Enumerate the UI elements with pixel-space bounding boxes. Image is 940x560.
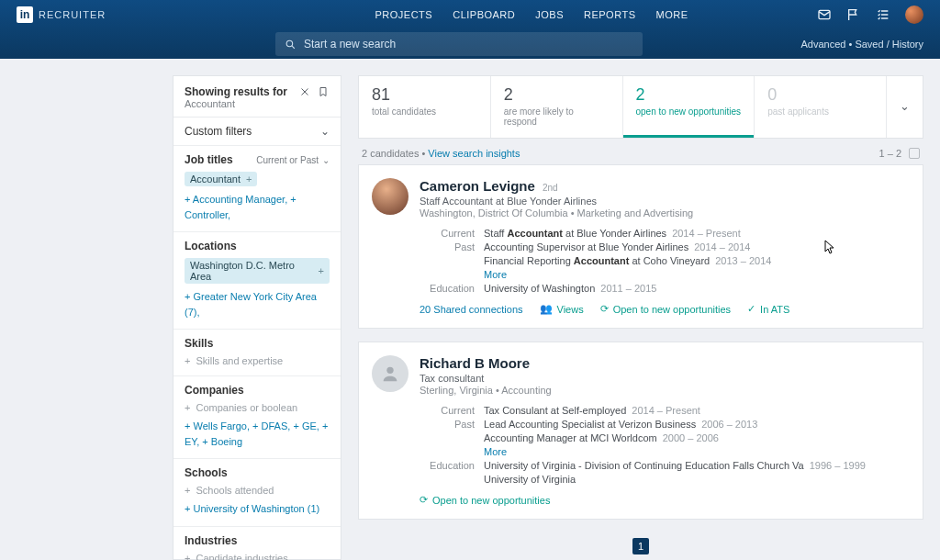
flag-icon[interactable] xyxy=(846,7,861,22)
candidate-card[interactable]: Richard B Moore Tax consultant Sterling,… xyxy=(358,342,923,520)
mail-icon[interactable] xyxy=(817,7,832,22)
result-range: 1 – 2 xyxy=(879,148,901,159)
custom-filters-toggle[interactable]: Custom filters ⌄ xyxy=(173,118,341,146)
more-link[interactable]: More xyxy=(484,446,507,457)
candidate-name[interactable]: Richard B Moore xyxy=(420,355,530,371)
filter-skills: Skills Skills and expertise xyxy=(173,330,341,376)
nav-more[interactable]: MORE xyxy=(655,9,688,20)
pagination: 1 xyxy=(358,532,923,560)
product-name: RECRUITER xyxy=(39,9,106,20)
job-title-scope[interactable]: Current or Past⌄ xyxy=(256,155,330,165)
filter-title: Schools xyxy=(185,466,228,479)
stat-total[interactable]: 81 total candidates xyxy=(359,76,491,138)
row-label: Past xyxy=(420,241,475,252)
candidate-avatar xyxy=(372,178,408,215)
school-suggestions[interactable]: + University of Washington (1) xyxy=(185,501,330,517)
stat-past[interactable]: 0 past applicants xyxy=(755,76,887,138)
search-icon xyxy=(285,39,297,50)
add-industry[interactable]: Candidate industries xyxy=(185,553,330,561)
location-suggestions[interactable]: + Greater New York City Area (7), xyxy=(185,289,330,319)
nav-jobs[interactable]: JOBS xyxy=(535,9,564,20)
row-label: Current xyxy=(420,228,475,239)
education: University of Virginia - Division of Con… xyxy=(484,460,908,471)
more-link[interactable]: More xyxy=(484,269,507,280)
row-label: Current xyxy=(420,405,475,416)
stat-number: 2 xyxy=(504,85,610,105)
stat-number: 0 xyxy=(767,85,873,105)
add-skill[interactable]: Skills and expertise xyxy=(185,355,330,366)
top-nav: PROJECTS CLIPBOARD JOBS REPORTS MORE xyxy=(246,9,817,20)
custom-filters-label: Custom filters xyxy=(185,125,252,138)
chevron-down-icon: ⌄ xyxy=(900,99,910,113)
chevron-down-icon: ⌄ xyxy=(320,125,330,138)
search-input[interactable] xyxy=(304,38,633,50)
brand: in RECRUITER xyxy=(17,6,246,23)
close-icon[interactable] xyxy=(298,85,311,98)
company-suggestions[interactable]: + Wells Fargo, + DFAS, + GE, + EY, + Boe… xyxy=(185,419,330,449)
add-company[interactable]: Companies or boolean xyxy=(185,402,330,413)
connection-degree: 2nd xyxy=(543,183,558,193)
filter-companies: Companies Companies or boolean + Wells F… xyxy=(173,376,341,459)
chip-accountant[interactable]: Accountant+ xyxy=(185,172,257,186)
filter-title: Job titles xyxy=(185,153,233,166)
filter-locations: Locations Washington D.C. Metro Area+ + … xyxy=(173,232,341,330)
job-title-suggestions[interactable]: + Accounting Manager, + Controller, xyxy=(185,192,330,222)
stat-open[interactable]: 2 open to new opportunities xyxy=(623,76,755,138)
add-school[interactable]: Schools attended xyxy=(185,485,330,496)
candidate-headline: Tax consultant xyxy=(420,373,908,384)
chip-location[interactable]: Washington D.C. Metro Area+ xyxy=(185,258,330,284)
current-position: Staff Accountant at Blue Yonder Airlines… xyxy=(484,228,908,239)
user-avatar[interactable] xyxy=(905,6,923,24)
current-position: Tax Consulant at Self-employed2014 – Pre… xyxy=(484,405,908,416)
stat-likely[interactable]: 2 are more likely to respond xyxy=(491,76,623,138)
education: University of Virginia xyxy=(484,474,908,485)
showing-results-label: Showing results for xyxy=(185,85,293,98)
nav-projects[interactable]: PROJECTS xyxy=(375,9,433,20)
ats-badge[interactable]: ✓ In ATS xyxy=(747,303,789,315)
results-main: 81 total candidates 2 are more likely to… xyxy=(358,75,923,560)
nav-clipboard[interactable]: CLIPBOARD xyxy=(453,9,515,20)
candidate-meta: Sterling, Virginia • Accounting xyxy=(420,385,908,396)
stats-expand[interactable]: ⌄ xyxy=(887,76,923,138)
row-label: Education xyxy=(420,283,475,294)
filter-title: Companies xyxy=(185,384,244,397)
shared-connections[interactable]: 20 Shared connections xyxy=(420,303,523,315)
filter-title: Industries xyxy=(185,534,237,547)
plus-icon: + xyxy=(319,265,324,276)
plus-icon: + xyxy=(246,174,252,185)
results-list-header: 2 candidates • View search insights 1 – … xyxy=(358,139,923,164)
svg-point-1 xyxy=(286,40,293,47)
search-query: Accountant xyxy=(185,98,293,109)
select-all-checkbox[interactable] xyxy=(909,148,920,159)
stat-label: open to new opportunities xyxy=(636,106,742,117)
stat-number: 81 xyxy=(372,85,477,105)
bookmark-icon[interactable] xyxy=(317,85,330,98)
open-badge[interactable]: ⟳ Open to new opportunities xyxy=(600,303,731,315)
chevron-down-icon: ⌄ xyxy=(322,155,330,165)
filter-schools: Schools Schools attended + University of… xyxy=(173,459,341,527)
svg-point-2 xyxy=(386,367,393,374)
page-1[interactable]: 1 xyxy=(632,538,649,554)
advanced-links[interactable]: Advanced • Saved / History xyxy=(801,39,923,50)
candidate-meta: Washington, District Of Columbia • Marke… xyxy=(420,207,908,218)
app-header: in RECRUITER PROJECTS CLIPBOARD JOBS REP… xyxy=(0,0,940,59)
filter-title: Locations xyxy=(185,240,237,252)
past-position: Accounting Supervisor at Blue Yonder Air… xyxy=(484,241,908,252)
nav-reports[interactable]: REPORTS xyxy=(584,9,635,20)
education: University of Washington2011 – 2015 xyxy=(484,283,908,294)
view-insights-link[interactable]: View search insights xyxy=(428,148,520,159)
candidate-name[interactable]: Cameron Levigne xyxy=(420,178,535,194)
filter-job-titles: Job titles Current or Past⌄ Accountant+ … xyxy=(173,146,341,232)
stat-label: are more likely to respond xyxy=(504,106,610,127)
row-label: Education xyxy=(420,460,475,471)
open-badge[interactable]: ⟳ Open to new opportunities xyxy=(420,494,550,506)
views-badge[interactable]: 👥 Views xyxy=(540,303,584,315)
global-search[interactable] xyxy=(275,32,643,56)
filters-sidebar: Showing results for Accountant Custom fi… xyxy=(173,75,341,560)
sidebar-header: Showing results for Accountant xyxy=(173,76,341,118)
linkedin-logo-icon: in xyxy=(17,6,33,23)
stats-bar: 81 total candidates 2 are more likely to… xyxy=(358,75,923,139)
candidate-card[interactable]: Cameron Levigne 2nd Staff Accountant at … xyxy=(358,164,923,329)
stat-label: past applicants xyxy=(767,106,873,117)
tasks-icon[interactable] xyxy=(876,7,890,22)
